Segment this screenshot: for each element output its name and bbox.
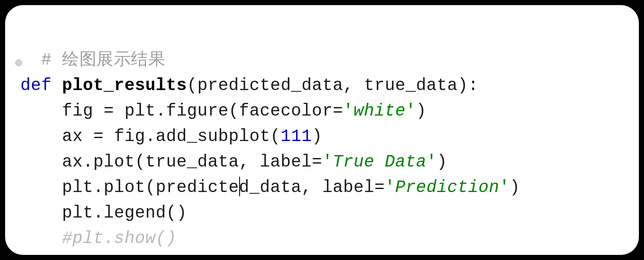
equals: = <box>104 102 114 121</box>
equals: = <box>374 178 385 197</box>
call-pltplot-a: plt.plot(predicte <box>62 178 239 197</box>
string-filename-b-squiggle: g <box>322 254 333 255</box>
paren-close: ) <box>312 127 322 146</box>
comment-text: # 绘图展示结果 <box>41 51 165 70</box>
paren-close: ) <box>437 153 447 172</box>
call-pltplot-b: d_data, label <box>239 178 375 197</box>
quote: ' <box>385 178 395 197</box>
gutter-breakpoint-marker[interactable] <box>15 59 22 66</box>
equals-2: = <box>333 102 343 121</box>
code-line-7: plt.legend() <box>20 203 187 223</box>
code-line-6: plt.plot(predicted_data, label='Predicti… <box>20 178 520 197</box>
code-line-1: # 绘图展示结果 <box>20 51 165 70</box>
string-true-data: True Data <box>333 153 427 172</box>
call-legend: plt.legend() <box>62 203 187 223</box>
code-editor[interactable]: # 绘图展示结果 def plot_results(predicted_data… <box>5 5 639 255</box>
quote: ' <box>406 102 416 121</box>
param-1: predicted_data <box>198 76 343 95</box>
string-white: white <box>353 102 406 121</box>
code-line-5: ax.plot(true_data, label='True Data') <box>20 153 447 172</box>
param-2: true_data <box>364 76 458 95</box>
equals: = <box>312 153 322 172</box>
function-name: plot_results <box>62 76 187 95</box>
paren-close-colon: ): <box>458 76 478 95</box>
call-axplot: ax.plot(true_data, label <box>62 153 312 172</box>
call-figure: plt.figure(facecolor <box>114 102 333 121</box>
paren-close: ) <box>416 102 427 121</box>
quote: ' <box>333 254 343 255</box>
code-line-2: def plot_results(predicted_data, true_da… <box>20 76 478 95</box>
comma: , <box>343 76 364 95</box>
string-filename-a: results_2.pn <box>198 254 322 255</box>
string-prediction: Prediction <box>395 178 499 197</box>
quote: ' <box>499 178 510 197</box>
code-line-9: plt.savefig('results_2.png') <box>20 254 353 255</box>
editor-frame: # 绘图展示结果 def plot_results(predicted_data… <box>5 5 639 255</box>
quote: ' <box>427 153 437 172</box>
code-line-4: ax = fig.add_subplot(111) <box>20 127 322 146</box>
call-savefig: plt.savefig( <box>62 254 187 255</box>
quote: ' <box>322 153 333 172</box>
keyword-def: def <box>20 76 52 95</box>
paren-close: ) <box>343 254 354 255</box>
ident-fig: fig <box>62 102 104 121</box>
equals: = <box>93 127 104 146</box>
ident-ax: ax <box>62 127 93 146</box>
quote: ' <box>187 254 198 255</box>
call-addsubplot: fig.add_subplot( <box>104 127 281 146</box>
code-line-3: fig = plt.figure(facecolor='white') <box>20 102 427 121</box>
paren-close: ) <box>510 178 520 197</box>
quote: ' <box>343 102 354 121</box>
number-111: 111 <box>281 127 312 146</box>
paren-open: ( <box>187 76 198 95</box>
code-line-8: #plt.show() <box>20 229 177 248</box>
commented-out-show: #plt.show() <box>62 229 177 248</box>
